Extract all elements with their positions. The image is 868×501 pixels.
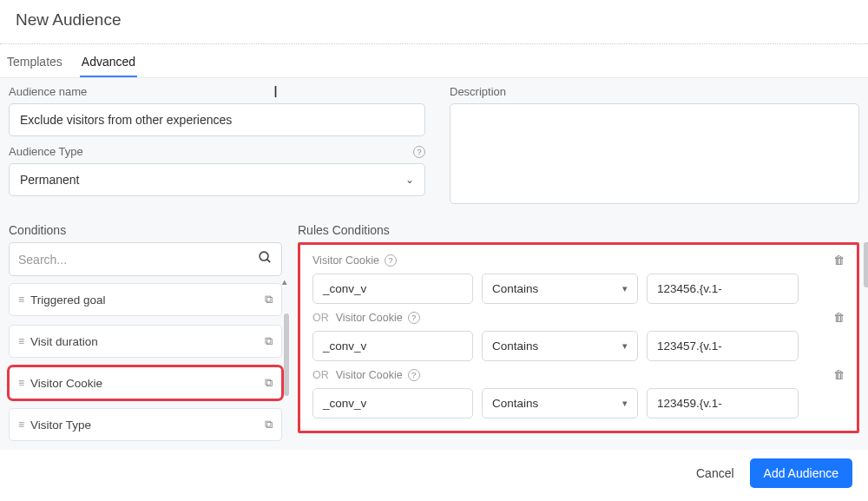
help-icon[interactable]: ? <box>408 369 420 381</box>
rule-type-label: Visitor Cookie <box>336 312 403 324</box>
drag-icon: ≡ <box>18 419 23 431</box>
condition-label: Visitor Cookie <box>30 377 102 390</box>
rule-value-input[interactable]: 123457.{v.1- <box>647 331 799 361</box>
rule-block: OR Visitor Cookie ? 🗑 _conv_v Contains▾ … <box>312 311 845 361</box>
add-audience-button[interactable]: Add Audience <box>750 458 852 488</box>
footer: Cancel Add Audience <box>0 450 868 488</box>
svg-line-1 <box>267 260 271 263</box>
condition-label: Visit duration <box>30 335 98 348</box>
conditions-search-input[interactable] <box>18 253 258 267</box>
text-cursor-icon: I <box>273 83 278 102</box>
audience-type-label-text: Audience Type <box>9 145 410 158</box>
audience-name-label-text: Audience name <box>9 85 87 98</box>
audience-type-value: Permanent <box>20 173 79 187</box>
delete-icon[interactable]: 🗑 <box>833 311 845 324</box>
tab-templates[interactable]: Templates <box>5 49 64 77</box>
audience-type-select[interactable]: Permanent ⌄ <box>9 163 425 196</box>
condition-item-triggered-goal[interactable]: ≡Triggered goal ⧉ <box>9 283 282 316</box>
or-label: OR <box>312 312 329 324</box>
tabs: Templates Advanced <box>0 49 868 78</box>
rule-value-input[interactable]: 123459.{v.1- <box>647 388 799 419</box>
rule-operator-value: Contains <box>492 282 538 295</box>
conditions-list: ▴ ≡Triggered goal ⧉ ≡Visit duration ⧉ ≡V… <box>9 283 282 450</box>
cancel-button[interactable]: Cancel <box>696 466 734 480</box>
or-label: OR <box>312 369 329 381</box>
audience-type-label: Audience Type ? <box>9 145 425 158</box>
audience-name-label: Audience name I <box>9 85 425 98</box>
dropdown-icon: ▾ <box>622 398 628 409</box>
conditions-area: Conditions ▴ ≡Triggered goal ⧉ ≡Visit du… <box>0 214 868 450</box>
condition-label: Triggered goal <box>30 293 106 307</box>
rule-value-input[interactable]: 123456.{v.1- <box>647 274 799 304</box>
rule-type-label: Visitor Cookie <box>336 369 403 381</box>
delete-icon[interactable]: 🗑 <box>833 254 845 267</box>
condition-item-visit-duration[interactable]: ≡Visit duration ⧉ <box>9 325 282 358</box>
rules-panel-area: Rules Conditions Visitor Cookie ? 🗑 _con… <box>298 223 859 450</box>
tab-advanced[interactable]: Advanced <box>80 49 137 77</box>
help-icon[interactable]: ? <box>385 254 397 267</box>
popout-icon[interactable]: ⧉ <box>265 334 273 348</box>
rule-block: Visitor Cookie ? 🗑 _conv_v Contains▾ 123… <box>312 254 845 304</box>
rule-field-input[interactable]: _conv_v <box>312 331 473 361</box>
search-icon <box>258 250 273 268</box>
scrollbar[interactable] <box>284 313 289 396</box>
conditions-panel: Conditions ▴ ≡Triggered goal ⧉ ≡Visit du… <box>9 223 282 450</box>
conditions-title: Conditions <box>9 223 282 237</box>
description-label: Description <box>450 85 859 98</box>
delete-icon[interactable]: 🗑 <box>833 368 845 381</box>
popout-icon[interactable]: ⧉ <box>265 293 273 307</box>
help-icon[interactable]: ? <box>408 312 420 324</box>
rule-row: _conv_v Contains▾ 123457.{v.1- <box>312 331 845 361</box>
rule-operator-select[interactable]: Contains▾ <box>482 388 638 419</box>
dropdown-icon: ▾ <box>622 283 628 294</box>
rule-operator-select[interactable]: Contains▾ <box>482 274 638 304</box>
drag-icon: ≡ <box>18 293 23 306</box>
rule-operator-select[interactable]: Contains▾ <box>482 331 638 361</box>
condition-label: Visitor Type <box>30 419 91 432</box>
rule-row: _conv_v Contains▾ 123456.{v.1- <box>312 274 845 304</box>
condition-item-visitor-cookie[interactable]: ≡Visitor Cookie ⧉ <box>9 366 282 399</box>
rule-row: _conv_v Contains▾ 123459.{v.1- <box>312 388 845 419</box>
description-input[interactable] <box>450 103 859 204</box>
help-icon[interactable]: ? <box>413 146 425 158</box>
rule-operator-value: Contains <box>492 339 538 353</box>
popout-icon[interactable]: ⧉ <box>265 418 273 432</box>
scrollbar[interactable] <box>864 242 868 287</box>
drag-icon: ≡ <box>18 335 23 347</box>
rules-panel: Visitor Cookie ? 🗑 _conv_v Contains▾ 123… <box>298 242 859 433</box>
form-area: Audience name I Audience Type ? Permanen… <box>0 78 868 214</box>
popout-icon[interactable]: ⧉ <box>265 376 273 390</box>
condition-item-visitor-type[interactable]: ≡Visitor Type ⧉ <box>9 408 282 441</box>
scroll-up-icon[interactable]: ▴ <box>282 276 287 287</box>
page-title: New Audience <box>0 0 868 43</box>
drag-icon: ≡ <box>18 377 23 389</box>
rule-head: OR Visitor Cookie ? 🗑 <box>312 368 845 381</box>
rule-block: OR Visitor Cookie ? 🗑 _conv_v Contains▾ … <box>312 368 845 419</box>
rule-field-input[interactable]: _conv_v <box>312 388 473 419</box>
dropdown-icon: ▾ <box>622 340 628 352</box>
conditions-search[interactable] <box>9 242 282 276</box>
svg-point-0 <box>260 252 268 260</box>
rule-head: OR Visitor Cookie ? 🗑 <box>312 311 845 324</box>
rule-head: Visitor Cookie ? 🗑 <box>312 254 845 267</box>
audience-name-input[interactable] <box>9 103 425 136</box>
rule-field-input[interactable]: _conv_v <box>312 274 473 304</box>
rule-type-label: Visitor Cookie <box>312 254 379 267</box>
rules-title: Rules Conditions <box>298 223 859 237</box>
rule-operator-value: Contains <box>492 397 538 410</box>
divider <box>0 43 868 44</box>
chevron-down-icon: ⌄ <box>405 174 414 186</box>
